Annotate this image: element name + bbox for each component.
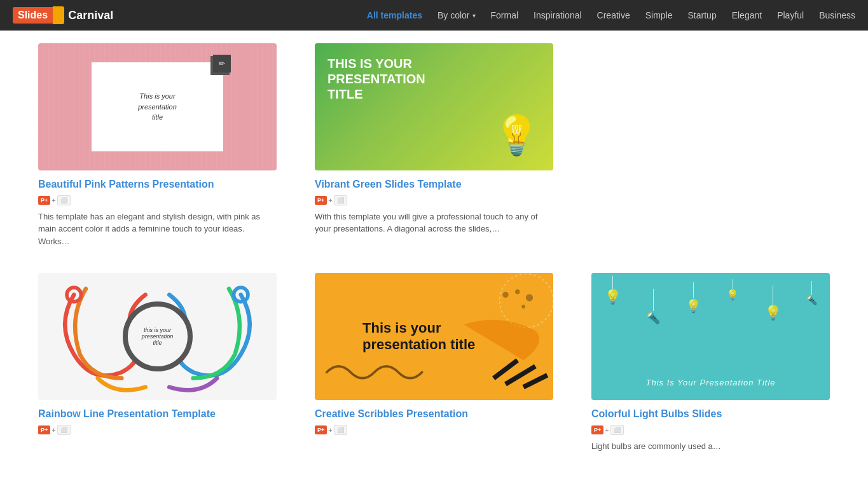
svg-point-3 (515, 289, 520, 294)
logo[interactable]: Slides Carnival (13, 6, 113, 24)
lightbulb-icon: 💡 (493, 113, 541, 158)
pencil-icon: ✏ (213, 55, 231, 73)
card-badges-bulbs: P+ + ⬜ (591, 425, 830, 435)
svg-point-6 (500, 274, 553, 328)
slide-inner-text: This is yourpresentationtitle (138, 91, 177, 123)
ppt-badge-scribbles: P+ (315, 425, 327, 434)
card-title-rainbow[interactable]: Rainbow Line Presentation Template (38, 408, 277, 421)
nav-startup[interactable]: Startup (688, 10, 717, 20)
card-rainbow-line: this is yourpresentationtitle Rainbow Li… (38, 273, 277, 452)
slide-inner-pink: ✏ This is yourpresentationtitle (92, 62, 223, 151)
slide-title-bulbs: This is Your Presentation Title (645, 378, 775, 387)
slide-title-scribbles: This is your presentation title (362, 320, 506, 354)
slides-badge-bulbs: ⬜ (610, 425, 624, 435)
nav-elegant[interactable]: Elegant (732, 10, 762, 20)
rainbow-slide-text: this is yourpresentationtitle (142, 327, 174, 346)
thumbnail-creative-scribbles[interactable]: This is your presentation title (315, 273, 553, 400)
card-vibrant-green: THIS IS YOUR PRESENTATION TITLE 💡 Vibran… (315, 43, 553, 247)
bulb-2: 🔦 (646, 289, 660, 325)
chevron-down-icon: ▾ (472, 12, 476, 19)
main-content: ✏ This is yourpresentationtitle Beautifu… (0, 31, 868, 466)
bulb-1: 💡 (604, 276, 621, 305)
ppt-badge-green: P+ (315, 196, 327, 205)
slide-title-green: THIS IS YOUR PRESENTATION TITLE (327, 56, 444, 102)
card-badges-green: P+ + ⬜ (315, 195, 553, 205)
card-title-scribbles[interactable]: Creative Scribbles Presentation (315, 408, 553, 421)
empty-cell-1 (591, 43, 830, 247)
plus-separator-bulbs: + (605, 426, 609, 434)
nav-formal[interactable]: Formal (491, 10, 519, 20)
logo-carnival-text: Carnival (68, 9, 113, 22)
bulb-5: 💡 (764, 286, 782, 321)
card-desc-green: With this template you will give a profe… (315, 211, 553, 235)
nav-simple[interactable]: Simple (645, 10, 673, 20)
card-title-green[interactable]: Vibrant Green Slides Template (315, 178, 553, 191)
card-badges-scribbles: P+ + ⬜ (315, 425, 553, 435)
ppt-badge: P+ (38, 196, 50, 205)
card-badges-pink: P+ + ⬜ (38, 195, 277, 205)
thumbnail-light-bulbs[interactable]: 💡 🔦 💡 💡 💡 🔦 This is Your Presentation Ti… (591, 273, 830, 400)
plus-separator: + (52, 197, 55, 204)
slides-badge: ⬜ (57, 195, 71, 205)
bulb-3: 💡 (685, 282, 701, 314)
plus-separator-scribbles: + (328, 426, 332, 434)
slides-badge-rainbow: ⬜ (57, 425, 71, 435)
thumbnail-rainbow-line[interactable]: this is yourpresentationtitle (38, 273, 277, 400)
thumbnail-pink-patterns[interactable]: ✏ This is yourpresentationtitle (38, 43, 277, 170)
card-badges-rainbow: P+ + ⬜ (38, 425, 277, 435)
logo-slides-text: Slides (13, 7, 53, 24)
card-creative-scribbles: This is your presentation title (315, 273, 553, 452)
svg-point-5 (521, 305, 525, 309)
bulb-4: 💡 (726, 279, 739, 301)
svg-point-2 (502, 292, 508, 298)
slides-badge-green: ⬜ (334, 195, 347, 205)
header: Slides Carnival All templates By color ▾… (0, 0, 868, 31)
bulbs-row: 💡 🔦 💡 💡 💡 🔦 (591, 276, 830, 325)
main-nav: All templates By color ▾ Formal Inspirat… (367, 10, 855, 20)
nav-creative[interactable]: Creative (597, 10, 630, 20)
slides-badge-scribbles: ⬜ (334, 425, 347, 435)
ppt-badge-bulbs: P+ (591, 425, 603, 434)
card-title-pink[interactable]: Beautiful Pink Patterns Presentation (38, 178, 277, 191)
bulb-6: 🔦 (806, 281, 817, 305)
ppt-badge-rainbow: P+ (38, 425, 50, 434)
logo-box (53, 6, 64, 24)
rainbow-center-circle: this is yourpresentationtitle (123, 301, 193, 371)
card-title-bulbs[interactable]: Colorful Light Bulbs Slides (591, 408, 830, 421)
template-grid: ✏ This is yourpresentationtitle Beautifu… (38, 31, 830, 466)
nav-by-color[interactable]: By color ▾ (437, 10, 476, 20)
thumbnail-vibrant-green[interactable]: THIS IS YOUR PRESENTATION TITLE 💡 (315, 43, 553, 170)
plus-separator-green: + (328, 197, 332, 204)
card-light-bulbs: 💡 🔦 💡 💡 💡 🔦 This is Your Presentation Ti… (591, 273, 830, 452)
nav-playful[interactable]: Playful (777, 10, 804, 20)
card-desc-bulbs: Light bulbs are commonly used a… (591, 440, 830, 453)
nav-all-templates[interactable]: All templates (367, 10, 422, 20)
plus-separator-rainbow: + (52, 426, 55, 434)
card-pink-patterns: ✏ This is yourpresentationtitle Beautifu… (38, 43, 277, 247)
card-desc-pink: This template has an elegant and stylish… (38, 211, 277, 248)
nav-inspirational[interactable]: Inspirational (534, 10, 582, 20)
svg-point-4 (526, 294, 533, 301)
nav-business[interactable]: Business (819, 10, 855, 20)
